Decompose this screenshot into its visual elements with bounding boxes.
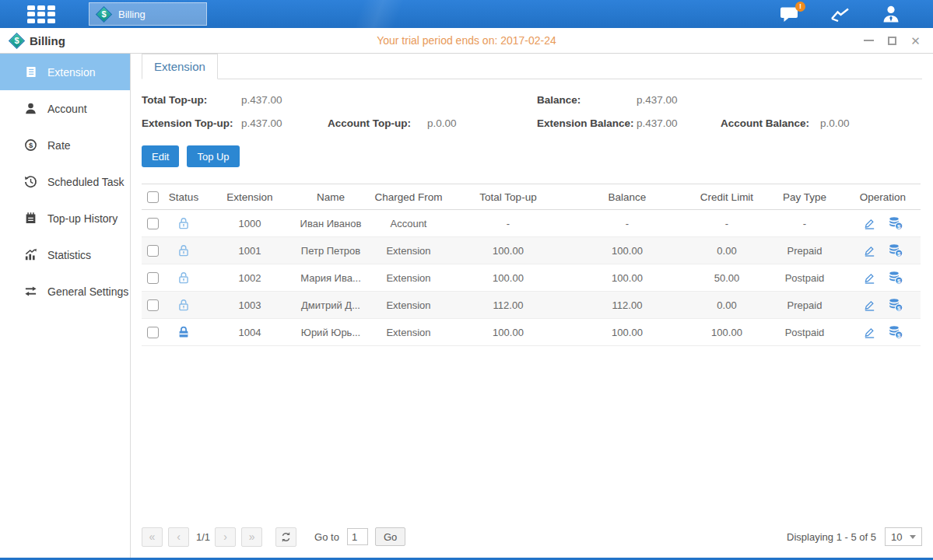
pagination-bar: « ‹ 1/1 › » Go to Go Displaying 1 - 5 of… [142,521,922,552]
edit-row-button[interactable] [863,244,876,257]
topup-row-button[interactable]: $ [888,243,903,257]
row-checkbox[interactable] [147,299,159,311]
history-clock-icon [24,175,37,188]
pencil-icon [863,299,876,312]
extension-cell: 1002 [204,264,296,292]
pencil-icon [863,271,876,285]
extension-cell: 1001 [204,237,296,264]
total-topup-cell: - [451,210,565,237]
table-row[interactable]: 1004 Юрий Юрь... Extension 100.00 100.00… [142,319,921,346]
summary-stats: Total Top-up:p.437.00 Balance:p.437.00 E… [142,94,922,129]
sidebar-item-topup-history[interactable]: Top-up History [0,200,130,236]
charged-from-cell: Extension [366,319,451,346]
tab-strip: Extension [142,54,922,79]
edit-row-button[interactable] [863,271,876,285]
sidebar-item-account[interactable]: Account [0,90,130,127]
charged-from-cell: Extension [366,292,451,319]
prev-page-button[interactable]: ‹ [168,527,189,547]
total-topup-cell: 112.00 [451,292,565,319]
sliders-icon [24,285,37,298]
edit-row-button[interactable] [863,299,876,312]
row-checkbox[interactable] [147,272,159,284]
next-page-button[interactable]: › [215,527,236,547]
select-all-checkbox[interactable] [147,191,159,203]
stat-extension-topup: Extension Top-up:p.437.00 [142,117,328,129]
table-row[interactable]: 1000 Иван Иванов Account - - - - [142,210,921,237]
col-extension: Extension [204,184,296,210]
edit-row-button[interactable] [863,217,876,230]
svg-text:$: $ [896,305,900,312]
topup-row-button[interactable]: $ [888,271,903,285]
charged-from-cell: Account [366,210,451,237]
topup-row-button[interactable]: $ [888,325,903,339]
ledger-icon [24,65,37,79]
sidebar-item-extension[interactable]: Extension [0,54,130,90]
billing-window-icon: $ [10,34,23,47]
table-row[interactable]: 1003 Дмитрий Д... Extension 112.00 112.0… [142,292,921,319]
pay-type-cell: Postpaid [764,319,845,346]
sidebar-item-rate[interactable]: $ Rate [0,127,130,163]
credit-limit-cell: 100.00 [689,319,764,346]
goto-page-input[interactable] [347,528,368,545]
lock-open-icon [177,271,191,285]
taskbar-item-billing[interactable]: $ Billing [89,2,207,26]
status-cell [163,210,204,237]
desktop-topbar: $ Billing ! [0,0,933,28]
svg-text:$: $ [896,278,900,285]
window-titlebar: $ Billing Your trial period ends on: 201… [0,28,933,54]
refresh-button[interactable] [275,527,296,547]
performance-chart-icon[interactable] [830,6,851,22]
extension-cell: 1000 [204,210,296,237]
go-button[interactable]: Go [375,527,405,546]
edit-row-button[interactable] [863,326,876,339]
user-account-icon[interactable] [882,5,900,23]
billing-app-icon: $ [97,8,110,21]
first-page-button[interactable]: « [142,527,163,547]
refresh-icon [280,531,292,543]
total-topup-cell: 100.00 [451,264,565,292]
balance-cell: 100.00 [565,319,689,346]
tab-extension[interactable]: Extension [142,54,218,79]
close-button[interactable]: ✕ [910,36,921,46]
coins-icon: $ [888,216,903,230]
page-size-dropdown[interactable]: 10 [885,527,922,546]
sidebar-item-general-settings[interactable]: General Settings [0,273,130,310]
page-indicator: 1/1 [196,531,210,543]
col-name: Name [296,184,366,210]
messages-icon[interactable]: ! [780,6,799,23]
table-row[interactable]: 1002 Мария Ива... Extension 100.00 100.0… [142,264,921,292]
apps-grid-icon[interactable] [27,5,55,23]
coins-icon: $ [888,271,903,285]
pencil-icon [863,244,876,257]
edit-button[interactable]: Edit [142,145,179,167]
svg-text:$: $ [896,223,900,230]
row-checkbox[interactable] [147,245,159,257]
row-checkbox[interactable] [147,327,159,338]
bar-chart-icon [24,248,37,261]
table-row[interactable]: 1001 Петр Петров Extension 100.00 100.00… [142,237,921,264]
trial-notice: Your trial period ends on: 2017-02-24 [0,34,933,47]
window-title: $ Billing [10,34,65,47]
svg-text:$: $ [896,250,900,257]
notepad-icon [24,212,37,225]
col-credit-limit: Credit Limit [689,184,764,210]
topup-row-button[interactable]: $ [888,216,903,230]
topup-row-button[interactable]: $ [888,298,903,312]
credit-limit-cell: 50.00 [689,264,764,292]
balance-cell: 100.00 [565,237,689,264]
minimize-button[interactable] [864,36,874,46]
row-checkbox[interactable] [147,218,159,229]
stat-total-topup: Total Top-up:p.437.00 [142,94,328,106]
credit-limit-cell: 0.00 [689,237,764,264]
name-cell: Иван Иванов [296,210,366,237]
balance-cell: 100.00 [565,264,689,292]
svg-text:$: $ [896,332,900,339]
coins-icon: $ [888,298,903,312]
last-page-button[interactable]: » [241,527,262,547]
sidebar-item-scheduled-task[interactable]: Scheduled Task [0,163,130,200]
sidebar-item-statistics[interactable]: Statistics [0,236,130,273]
topup-button[interactable]: Top Up [187,145,239,167]
status-cell [163,292,204,319]
maximize-button[interactable] [887,36,897,46]
coins-icon: $ [888,243,903,257]
